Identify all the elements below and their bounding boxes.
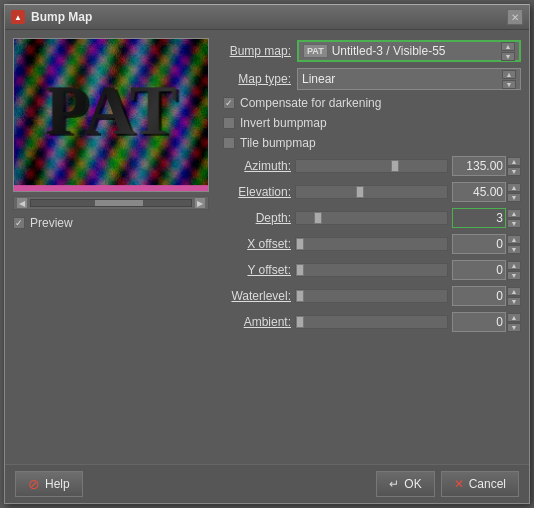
preview-check-row: Preview bbox=[13, 216, 209, 230]
title-bar-left: ▲ Bump Map bbox=[11, 10, 92, 24]
help-button[interactable]: ⊘ Help bbox=[15, 471, 83, 497]
compensate-label: Compensate for darkening bbox=[240, 96, 381, 110]
map-type-label: Map type: bbox=[219, 72, 291, 86]
scroll-left-button[interactable]: ◀ bbox=[16, 197, 28, 209]
tile-row: Tile bumpmap bbox=[219, 136, 521, 150]
elevation-input-group: ▲ ▼ bbox=[452, 182, 521, 202]
preview-canvas bbox=[14, 39, 208, 191]
compensate-row: Compensate for darkening bbox=[219, 96, 521, 110]
depth-up[interactable]: ▲ bbox=[507, 209, 521, 218]
right-panel: Bump map: PAT Untitled-3 / Visible-55 ▲ … bbox=[219, 38, 521, 456]
bump-map-spinners: ▲ ▼ bbox=[501, 42, 515, 61]
ambient-spinners: ▲ ▼ bbox=[507, 313, 521, 332]
x-offset-label: X offset: bbox=[219, 237, 291, 251]
azimuth-slider[interactable] bbox=[295, 159, 448, 173]
x-offset-input[interactable] bbox=[452, 234, 506, 254]
elevation-thumb bbox=[356, 186, 364, 198]
close-button[interactable]: ✕ bbox=[507, 9, 523, 25]
scroll-right-button[interactable]: ▶ bbox=[194, 197, 206, 209]
map-type-down[interactable]: ▼ bbox=[502, 80, 516, 89]
ok-label: OK bbox=[404, 477, 421, 491]
elevation-row: Elevation: ▲ ▼ bbox=[219, 182, 521, 202]
invert-checkbox[interactable] bbox=[223, 117, 235, 129]
compensate-checkbox[interactable] bbox=[223, 97, 235, 109]
azimuth-label: Azimuth: bbox=[219, 159, 291, 173]
map-type-value: Linear bbox=[302, 72, 498, 86]
azimuth-down[interactable]: ▼ bbox=[507, 167, 521, 176]
invert-row: Invert bumpmap bbox=[219, 116, 521, 130]
map-type-dropdown[interactable]: Linear ▲ ▼ bbox=[297, 68, 521, 90]
x-offset-row: X offset: ▲ ▼ bbox=[219, 234, 521, 254]
ok-button[interactable]: ↵ OK bbox=[376, 471, 434, 497]
ambient-slider[interactable] bbox=[295, 315, 448, 329]
tile-label: Tile bumpmap bbox=[240, 136, 316, 150]
cancel-button[interactable]: ✕ Cancel bbox=[441, 471, 519, 497]
preview-image bbox=[13, 38, 209, 192]
y-offset-input[interactable] bbox=[452, 260, 506, 280]
waterlevel-input[interactable] bbox=[452, 286, 506, 306]
dialog-content: ◀ ▶ Preview Bump map: PAT Untitled-3 bbox=[5, 30, 529, 464]
preview-label: Preview bbox=[30, 216, 73, 230]
waterlevel-label: Waterlevel: bbox=[219, 289, 291, 303]
ambient-thumb bbox=[296, 316, 304, 328]
azimuth-spinners: ▲ ▼ bbox=[507, 157, 521, 176]
bump-map-up[interactable]: ▲ bbox=[501, 42, 515, 51]
left-panel: ◀ ▶ Preview bbox=[13, 38, 209, 456]
map-type-spinners: ▲ ▼ bbox=[502, 70, 516, 89]
y-offset-down[interactable]: ▼ bbox=[507, 271, 521, 280]
bump-map-label: Bump map: bbox=[219, 44, 291, 58]
pat-badge: PAT bbox=[303, 44, 328, 58]
depth-down[interactable]: ▼ bbox=[507, 219, 521, 228]
ambient-label: Ambient: bbox=[219, 315, 291, 329]
azimuth-input[interactable] bbox=[452, 156, 506, 176]
azimuth-input-group: ▲ ▼ bbox=[452, 156, 521, 176]
elevation-up[interactable]: ▲ bbox=[507, 183, 521, 192]
ambient-up[interactable]: ▲ bbox=[507, 313, 521, 322]
y-offset-up[interactable]: ▲ bbox=[507, 261, 521, 270]
preview-checkbox[interactable] bbox=[13, 217, 25, 229]
elevation-down[interactable]: ▼ bbox=[507, 193, 521, 202]
x-offset-thumb bbox=[296, 238, 304, 250]
map-type-up[interactable]: ▲ bbox=[502, 70, 516, 79]
elevation-spinners: ▲ ▼ bbox=[507, 183, 521, 202]
ambient-row: Ambient: ▲ ▼ bbox=[219, 312, 521, 332]
bump-map-row: Bump map: PAT Untitled-3 / Visible-55 ▲ … bbox=[219, 40, 521, 62]
waterlevel-down[interactable]: ▼ bbox=[507, 297, 521, 306]
waterlevel-slider[interactable] bbox=[295, 289, 448, 303]
depth-input[interactable] bbox=[452, 208, 506, 228]
elevation-slider[interactable] bbox=[295, 185, 448, 199]
scroll-thumb bbox=[95, 200, 143, 206]
depth-row: Depth: ▲ ▼ bbox=[219, 208, 521, 228]
x-offset-input-group: ▲ ▼ bbox=[452, 234, 521, 254]
x-offset-up[interactable]: ▲ bbox=[507, 235, 521, 244]
y-offset-input-group: ▲ ▼ bbox=[452, 260, 521, 280]
azimuth-up[interactable]: ▲ bbox=[507, 157, 521, 166]
depth-spinners: ▲ ▼ bbox=[507, 209, 521, 228]
bump-map-down[interactable]: ▼ bbox=[501, 52, 515, 61]
depth-slider[interactable] bbox=[295, 211, 448, 225]
preview-scrollbar: ◀ ▶ bbox=[13, 196, 209, 210]
ok-icon: ↵ bbox=[389, 477, 399, 491]
x-offset-slider[interactable] bbox=[295, 237, 448, 251]
waterlevel-input-group: ▲ ▼ bbox=[452, 286, 521, 306]
y-offset-slider[interactable] bbox=[295, 263, 448, 277]
x-offset-spinners: ▲ ▼ bbox=[507, 235, 521, 254]
invert-label: Invert bumpmap bbox=[240, 116, 327, 130]
elevation-input[interactable] bbox=[452, 182, 506, 202]
scroll-track[interactable] bbox=[30, 199, 192, 207]
elevation-label: Elevation: bbox=[219, 185, 291, 199]
dialog-icon: ▲ bbox=[11, 10, 25, 24]
ok-cancel-group: ↵ OK ✕ Cancel bbox=[376, 471, 519, 497]
tile-checkbox[interactable] bbox=[223, 137, 235, 149]
azimuth-thumb bbox=[391, 160, 399, 172]
waterlevel-up[interactable]: ▲ bbox=[507, 287, 521, 296]
y-offset-thumb bbox=[296, 264, 304, 276]
cancel-icon: ✕ bbox=[454, 477, 464, 491]
azimuth-row: Azimuth: ▲ ▼ bbox=[219, 156, 521, 176]
x-offset-down[interactable]: ▼ bbox=[507, 245, 521, 254]
map-type-row: Map type: Linear ▲ ▼ bbox=[219, 68, 521, 90]
ambient-input[interactable] bbox=[452, 312, 506, 332]
bump-map-dropdown[interactable]: PAT Untitled-3 / Visible-55 ▲ ▼ bbox=[297, 40, 521, 62]
ambient-down[interactable]: ▼ bbox=[507, 323, 521, 332]
dialog-title: Bump Map bbox=[31, 10, 92, 24]
